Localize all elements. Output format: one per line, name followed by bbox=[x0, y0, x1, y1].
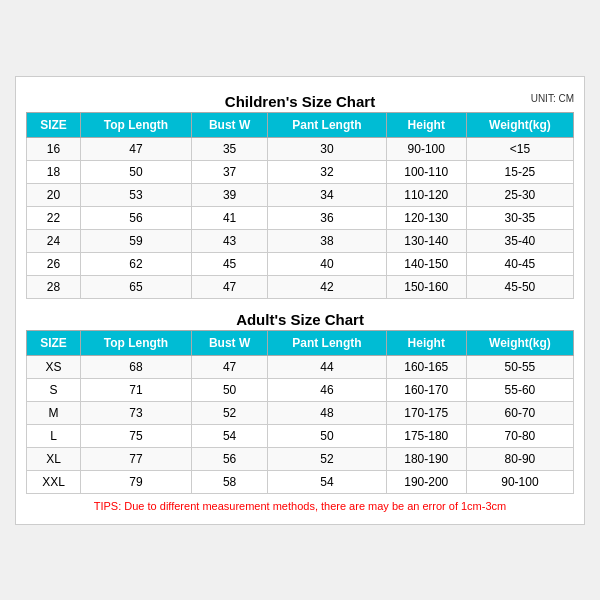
adult-col-header: Bust W bbox=[192, 330, 268, 355]
table-row: M735248170-17560-70 bbox=[27, 401, 574, 424]
table-row: 26624540140-15040-45 bbox=[27, 252, 574, 275]
table-cell: 20 bbox=[27, 183, 81, 206]
table-cell: 160-170 bbox=[386, 378, 466, 401]
table-row: 20533934110-12025-30 bbox=[27, 183, 574, 206]
table-cell: L bbox=[27, 424, 81, 447]
table-cell: 42 bbox=[268, 275, 386, 298]
table-cell: 77 bbox=[80, 447, 191, 470]
table-row: 22564136120-13030-35 bbox=[27, 206, 574, 229]
table-cell: 30 bbox=[268, 137, 386, 160]
table-cell: XS bbox=[27, 355, 81, 378]
table-cell: 43 bbox=[192, 229, 268, 252]
table-cell: 54 bbox=[268, 470, 386, 493]
table-cell: 18 bbox=[27, 160, 81, 183]
table-cell: 40 bbox=[268, 252, 386, 275]
table-cell: 53 bbox=[80, 183, 191, 206]
chart-container: Children's Size Chart UNIT: CM SIZETop L… bbox=[15, 76, 585, 525]
table-row: XL775652180-19080-90 bbox=[27, 447, 574, 470]
children-title: Children's Size Chart UNIT: CM bbox=[26, 87, 574, 112]
children-col-header: Bust W bbox=[192, 112, 268, 137]
adult-title-text: Adult's Size Chart bbox=[236, 311, 364, 328]
children-header-row: SIZETop LengthBust WPant LengthHeightWei… bbox=[27, 112, 574, 137]
adult-col-header: Weight(kg) bbox=[466, 330, 573, 355]
table-cell: 50 bbox=[80, 160, 191, 183]
children-col-header: Top Length bbox=[80, 112, 191, 137]
table-cell: 25-30 bbox=[466, 183, 573, 206]
tips-text: TIPS: Due to different measurement metho… bbox=[26, 494, 574, 514]
table-cell: 15-25 bbox=[466, 160, 573, 183]
children-table: SIZETop LengthBust WPant LengthHeightWei… bbox=[26, 112, 574, 299]
table-cell: 58 bbox=[192, 470, 268, 493]
table-cell: 50-55 bbox=[466, 355, 573, 378]
table-row: 18503732100-11015-25 bbox=[27, 160, 574, 183]
table-cell: 52 bbox=[268, 447, 386, 470]
table-cell: 55-60 bbox=[466, 378, 573, 401]
table-cell: 60-70 bbox=[466, 401, 573, 424]
table-row: 24594338130-14035-40 bbox=[27, 229, 574, 252]
table-cell: 79 bbox=[80, 470, 191, 493]
table-cell: 47 bbox=[192, 355, 268, 378]
table-cell: <15 bbox=[466, 137, 573, 160]
table-cell: 46 bbox=[268, 378, 386, 401]
table-cell: 160-165 bbox=[386, 355, 466, 378]
table-cell: 62 bbox=[80, 252, 191, 275]
table-cell: 35 bbox=[192, 137, 268, 160]
table-cell: 32 bbox=[268, 160, 386, 183]
table-cell: 100-110 bbox=[386, 160, 466, 183]
table-cell: 28 bbox=[27, 275, 81, 298]
table-cell: 170-175 bbox=[386, 401, 466, 424]
table-cell: 22 bbox=[27, 206, 81, 229]
table-cell: 40-45 bbox=[466, 252, 573, 275]
table-cell: M bbox=[27, 401, 81, 424]
table-row: XS684744160-16550-55 bbox=[27, 355, 574, 378]
table-cell: 44 bbox=[268, 355, 386, 378]
table-row: S715046160-17055-60 bbox=[27, 378, 574, 401]
table-cell: 30-35 bbox=[466, 206, 573, 229]
adult-title: Adult's Size Chart bbox=[26, 305, 574, 330]
children-col-header: Weight(kg) bbox=[466, 112, 573, 137]
table-cell: 70-80 bbox=[466, 424, 573, 447]
children-col-header: SIZE bbox=[27, 112, 81, 137]
table-cell: 50 bbox=[192, 378, 268, 401]
table-cell: 75 bbox=[80, 424, 191, 447]
table-cell: 175-180 bbox=[386, 424, 466, 447]
table-cell: 68 bbox=[80, 355, 191, 378]
adult-section: Adult's Size Chart SIZETop LengthBust WP… bbox=[26, 305, 574, 494]
table-cell: 52 bbox=[192, 401, 268, 424]
table-cell: 150-160 bbox=[386, 275, 466, 298]
table-cell: 35-40 bbox=[466, 229, 573, 252]
table-cell: 59 bbox=[80, 229, 191, 252]
adult-header-row: SIZETop LengthBust WPant LengthHeightWei… bbox=[27, 330, 574, 355]
table-cell: 90-100 bbox=[466, 470, 573, 493]
table-cell: 110-120 bbox=[386, 183, 466, 206]
adult-table: SIZETop LengthBust WPant LengthHeightWei… bbox=[26, 330, 574, 494]
table-cell: 71 bbox=[80, 378, 191, 401]
table-cell: 140-150 bbox=[386, 252, 466, 275]
table-cell: 16 bbox=[27, 137, 81, 160]
table-cell: S bbox=[27, 378, 81, 401]
adult-col-header: Height bbox=[386, 330, 466, 355]
table-cell: 65 bbox=[80, 275, 191, 298]
table-row: L755450175-18070-80 bbox=[27, 424, 574, 447]
unit-label: UNIT: CM bbox=[531, 93, 574, 104]
table-cell: 39 bbox=[192, 183, 268, 206]
table-row: 28654742150-16045-50 bbox=[27, 275, 574, 298]
table-cell: 73 bbox=[80, 401, 191, 424]
table-cell: 41 bbox=[192, 206, 268, 229]
table-cell: 54 bbox=[192, 424, 268, 447]
table-cell: XL bbox=[27, 447, 81, 470]
table-cell: 47 bbox=[80, 137, 191, 160]
table-cell: 56 bbox=[80, 206, 191, 229]
table-cell: 80-90 bbox=[466, 447, 573, 470]
table-cell: 45-50 bbox=[466, 275, 573, 298]
table-cell: 130-140 bbox=[386, 229, 466, 252]
table-cell: 26 bbox=[27, 252, 81, 275]
children-col-header: Pant Length bbox=[268, 112, 386, 137]
table-cell: 48 bbox=[268, 401, 386, 424]
table-row: XXL795854190-20090-100 bbox=[27, 470, 574, 493]
adult-col-header: SIZE bbox=[27, 330, 81, 355]
children-col-header: Height bbox=[386, 112, 466, 137]
table-cell: 37 bbox=[192, 160, 268, 183]
table-cell: 180-190 bbox=[386, 447, 466, 470]
table-cell: 38 bbox=[268, 229, 386, 252]
